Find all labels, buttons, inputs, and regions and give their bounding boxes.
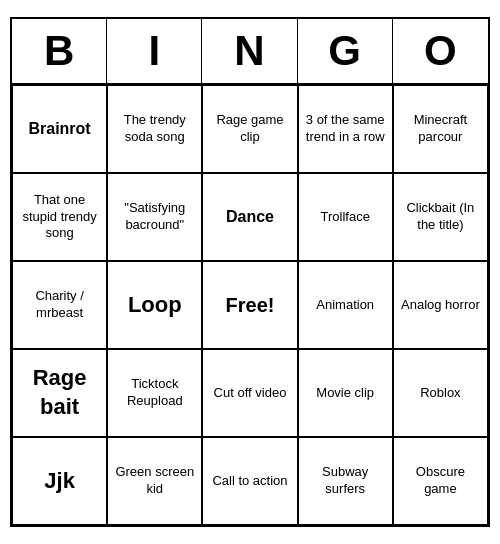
bingo-card: BINGO BrainrotThe trendy soda songRage g… xyxy=(10,17,490,527)
bingo-cell-1: The trendy soda song xyxy=(107,85,202,173)
bingo-cell-16: Ticktock Reupload xyxy=(107,349,202,437)
bingo-cell-3: 3 of the same trend in a row xyxy=(298,85,393,173)
bingo-cell-15: Rage bait xyxy=(12,349,107,437)
bingo-cell-18: Movie clip xyxy=(298,349,393,437)
bingo-cell-20: Jjk xyxy=(12,437,107,525)
bingo-cell-12: Free! xyxy=(202,261,297,349)
bingo-cell-17: Cut off video xyxy=(202,349,297,437)
bingo-cell-21: Green screen kid xyxy=(107,437,202,525)
bingo-cell-8: Trollface xyxy=(298,173,393,261)
bingo-cell-5: That one stupid trendy song xyxy=(12,173,107,261)
bingo-cell-9: Clickbait (In the title) xyxy=(393,173,488,261)
bingo-cell-19: Roblox xyxy=(393,349,488,437)
bingo-cell-22: Call to action xyxy=(202,437,297,525)
bingo-cell-13: Animation xyxy=(298,261,393,349)
bingo-cell-6: "Satisfying bacround" xyxy=(107,173,202,261)
bingo-cell-24: Obscure game xyxy=(393,437,488,525)
bingo-letter-B: B xyxy=(12,19,107,83)
bingo-cell-23: Subway surfers xyxy=(298,437,393,525)
bingo-letter-N: N xyxy=(202,19,297,83)
bingo-cell-7: Dance xyxy=(202,173,297,261)
bingo-letter-I: I xyxy=(107,19,202,83)
bingo-grid: BrainrotThe trendy soda songRage game cl… xyxy=(12,85,488,525)
bingo-cell-0: Brainrot xyxy=(12,85,107,173)
bingo-cell-14: Analog horror xyxy=(393,261,488,349)
bingo-letter-O: O xyxy=(393,19,488,83)
bingo-cell-4: Minecraft parcour xyxy=(393,85,488,173)
bingo-header: BINGO xyxy=(12,19,488,85)
bingo-letter-G: G xyxy=(298,19,393,83)
bingo-cell-11: Loop xyxy=(107,261,202,349)
bingo-cell-2: Rage game clip xyxy=(202,85,297,173)
bingo-cell-10: Charity / mrbeast xyxy=(12,261,107,349)
